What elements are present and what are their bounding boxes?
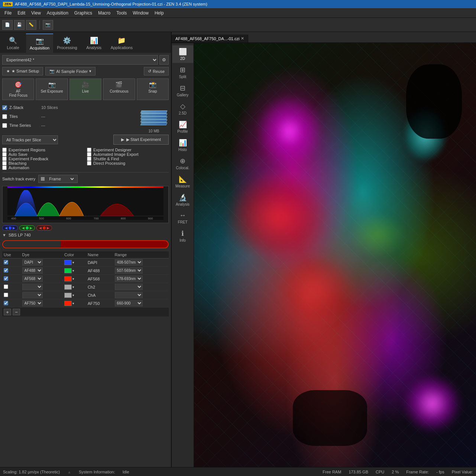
cb-exp-designer: Experiment Designer xyxy=(87,148,169,152)
range-select-3[interactable] xyxy=(115,284,143,290)
img-tab-close[interactable]: ✕ xyxy=(241,36,244,41)
menu-file[interactable]: File xyxy=(1,9,14,17)
direct-processing-cb[interactable] xyxy=(87,161,91,165)
frame-select[interactable]: Frame xyxy=(45,175,75,183)
name-cell-4: ChA xyxy=(86,291,113,299)
dye-select-1[interactable]: AF488 xyxy=(22,267,43,274)
analysis-label: Analysis xyxy=(176,202,190,206)
reuse-btn[interactable]: ↺ Reuse xyxy=(144,67,169,75)
svg-text:700: 700 xyxy=(94,217,99,220)
lp740-bar[interactable] xyxy=(2,240,169,248)
zstack-checkbox[interactable] xyxy=(2,105,7,110)
menu-window[interactable]: Window xyxy=(130,9,152,17)
menu-tools[interactable]: Tools xyxy=(113,9,130,17)
menu-view[interactable]: View xyxy=(28,9,44,17)
af488-wl-bar[interactable]: ◀ ▶ xyxy=(19,225,35,231)
side-tool-info[interactable]: ℹ Info xyxy=(172,227,193,245)
auto-save-cb[interactable] xyxy=(2,152,7,157)
side-tool-fret[interactable]: ↔ FRET xyxy=(172,209,193,226)
range-select-0[interactable]: 408-507nm xyxy=(115,259,143,266)
tab-applications[interactable]: 📁 Applications xyxy=(107,33,136,53)
exp-feedback-cb[interactable] xyxy=(2,157,7,161)
start-experiment-btn[interactable]: ▶ ▶ Start Experiment xyxy=(113,135,169,145)
add-dye-btn[interactable]: + xyxy=(4,309,11,315)
menu-help[interactable]: Help xyxy=(152,9,167,17)
color-dropdown-0[interactable]: ▾ xyxy=(72,261,74,264)
2d-icon: ⬜ xyxy=(179,48,187,56)
dye-select-0[interactable]: DAPI xyxy=(22,259,43,266)
toolbar-ruler[interactable]: 📏 xyxy=(26,20,36,30)
exp-regions-cb[interactable] xyxy=(2,148,7,152)
color-dropdown-1[interactable]: ▾ xyxy=(72,269,74,273)
use-cb-2[interactable] xyxy=(4,276,8,281)
checkboxes-right: Experiment Designer Automated Image Expo… xyxy=(87,148,169,170)
dye-select-3[interactable] xyxy=(22,284,43,290)
side-tool-gallery[interactable]: ⊟ Gallery xyxy=(172,82,193,99)
toolbar-camera[interactable]: 📷 xyxy=(43,20,53,30)
tracks-select[interactable]: All Tracks per Slice xyxy=(2,135,58,144)
tiles-checkbox[interactable] xyxy=(2,114,7,119)
toolbar-new[interactable]: 📄 xyxy=(2,20,13,30)
live-btn[interactable]: 🎥 Live xyxy=(69,78,101,100)
side-tool-colocal[interactable]: ⊕ Colocal. xyxy=(172,155,193,172)
af-find-focus-btn[interactable]: 🎯 AFFind Focus xyxy=(2,78,34,100)
cb-exp-feedback: Experiment Feedback xyxy=(2,157,84,161)
color-dropdown-2[interactable]: ▾ xyxy=(72,277,74,281)
use-cb-0[interactable] xyxy=(4,260,8,264)
color-dropdown-4[interactable]: ▾ xyxy=(72,293,74,297)
cb-auto-img-export: Automated Image Export xyxy=(87,152,169,157)
use-cb-4[interactable] xyxy=(4,293,8,297)
range-select-2[interactable]: 578-693nm xyxy=(115,276,143,282)
continuous-btn[interactable]: 🎬 Continuous xyxy=(103,78,135,100)
side-tool-profile[interactable]: 📈 Profile xyxy=(172,118,193,136)
menu-graphics[interactable]: Graphics xyxy=(71,9,95,17)
histo-icon: 📊 xyxy=(179,139,187,147)
tab-locate[interactable]: 🔍 Locate xyxy=(0,33,26,53)
dye-select-4[interactable] xyxy=(22,292,43,298)
automation-cb[interactable] xyxy=(2,165,7,170)
range-cell-4 xyxy=(113,291,169,299)
af568-wl-bar[interactable]: ◀ ▶ xyxy=(36,225,52,231)
use-cb-5[interactable] xyxy=(4,301,8,305)
bleaching-cb[interactable] xyxy=(2,161,7,165)
snap-btn[interactable]: 📸 Snap xyxy=(137,78,169,100)
ai-sample-finder-btn[interactable]: 📷 AI Sample Finder ▾ xyxy=(45,67,95,75)
side-tool-histo[interactable]: 📊 Histo xyxy=(172,136,193,154)
timeseries-checkbox[interactable] xyxy=(2,123,7,128)
smart-setup-btn[interactable]: ★ ★ Smart Setup xyxy=(2,67,43,75)
use-cb-1[interactable] xyxy=(4,268,8,273)
color-swatch-5 xyxy=(64,301,72,306)
shuttle-find-cb[interactable] xyxy=(87,157,91,161)
experiment-select[interactable]: Experiment42 * xyxy=(2,55,158,65)
remove-dye-btn[interactable]: − xyxy=(13,309,20,315)
dapi-wl-bar[interactable]: ◀ ▶ xyxy=(2,225,18,231)
range-select-5[interactable]: 660-900 xyxy=(115,300,143,306)
color-dropdown-3[interactable]: ▾ xyxy=(72,285,74,289)
dye-select-2[interactable]: AF568 xyxy=(22,276,43,282)
ai-label: AI Sample Finder xyxy=(56,69,88,74)
use-cb-3[interactable] xyxy=(4,284,8,289)
menu-edit[interactable]: Edit xyxy=(14,9,28,17)
toolbar-save[interactable]: 💾 xyxy=(14,20,25,30)
menu-macro[interactable]: Macro xyxy=(95,9,113,17)
image-tab-active[interactable]: AF488_AF568_AF750_DA...-01.czi ✕ xyxy=(172,35,248,42)
tab-analysis[interactable]: 📊 Analysis xyxy=(81,33,107,53)
range-select-4[interactable] xyxy=(115,292,143,298)
side-tool-measure[interactable]: 📐 Measure xyxy=(172,173,193,190)
timeseries-label: Time Series xyxy=(9,123,39,128)
experiment-settings-btn[interactable]: ⚙ xyxy=(159,55,169,65)
range-select-1[interactable]: 507-569nm xyxy=(115,267,143,274)
exp-designer-cb[interactable] xyxy=(87,148,91,152)
side-tool-analysis[interactable]: 🔬 Analysis xyxy=(172,191,193,209)
side-tool-split[interactable]: ⊞ Split xyxy=(172,64,193,81)
menu-acquisition[interactable]: Acquisition xyxy=(44,9,71,17)
set-exposure-btn[interactable]: 📷 Set Exposure xyxy=(36,78,68,100)
dye-select-5[interactable]: AF750 xyxy=(22,300,43,306)
tab-processing[interactable]: ⚙️ Processing xyxy=(53,33,81,53)
auto-img-export-cb[interactable] xyxy=(87,152,91,157)
side-tool-2d[interactable]: ⬜ 2D xyxy=(172,45,193,63)
bleaching-label: Bleaching xyxy=(9,161,26,165)
tab-acquisition[interactable]: 📷 Acquisition xyxy=(26,33,53,53)
color-dropdown-5[interactable]: ▾ xyxy=(72,302,74,305)
side-tool-2-5d[interactable]: ◇ 2.5D xyxy=(172,100,193,118)
